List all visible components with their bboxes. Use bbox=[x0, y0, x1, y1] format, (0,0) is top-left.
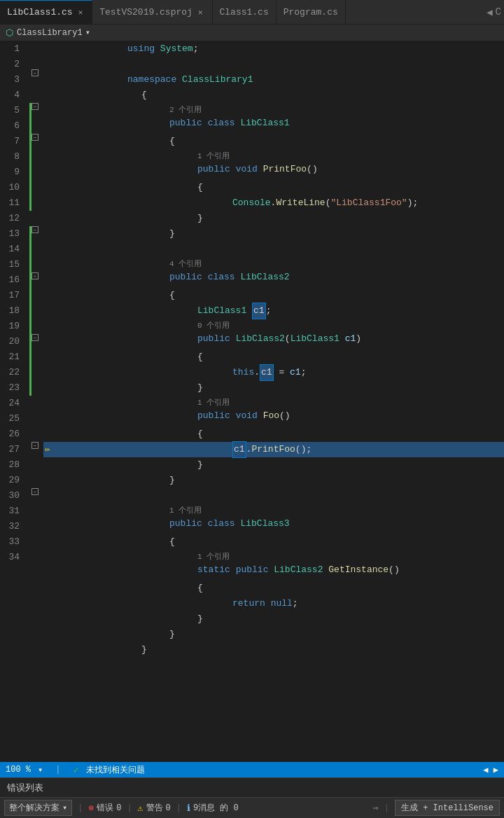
ln-21: 21 bbox=[6, 349, 24, 365]
no-issues-text: 未找到相关问题 bbox=[86, 764, 145, 776]
tab-program[interactable]: Program.cs bbox=[276, 0, 346, 24]
ln-14: 14 bbox=[6, 242, 24, 257]
warning-count: 0 bbox=[166, 803, 171, 813]
code-line-18: this.c1 = c1; bbox=[43, 365, 504, 380]
c1-highlight-15: c1 bbox=[252, 303, 266, 319]
code-line-26: public class LibClass3 bbox=[43, 516, 504, 532]
collapse-printfoo[interactable]: - bbox=[31, 134, 38, 141]
breadcrumb-text[interactable]: ClassLibrary1 bbox=[17, 28, 83, 38]
code-line-30: return null; bbox=[43, 596, 504, 611]
code-line-4: { bbox=[43, 88, 504, 103]
code-line-8: { bbox=[43, 180, 504, 195]
zoom-level[interactable]: 100 % bbox=[6, 765, 31, 775]
ln-27: 27 bbox=[6, 442, 24, 457]
ln-16: 16 bbox=[6, 272, 24, 288]
warning-triangle-icon: ⚠ bbox=[138, 803, 144, 814]
code-line-9: Console.WriteLine("LibClass1Foo"); bbox=[43, 195, 504, 211]
ln-18: 18 bbox=[6, 303, 24, 319]
scope-dropdown[interactable]: 整个解决方案 ▾ bbox=[4, 800, 72, 816]
code-line-5: public class LibClass1 bbox=[43, 116, 504, 131]
code-line-16-group: 0 个引用 public LibClass2(LibClass1 c1) bbox=[43, 319, 504, 349]
code-line-29: { bbox=[43, 581, 504, 596]
nav-right-icon[interactable]: C bbox=[496, 6, 501, 18]
code-line-26-group: 1 个引用 public class LibClass3 bbox=[43, 504, 504, 534]
info-item: ℹ 9消息 的 0 bbox=[187, 802, 239, 814]
collapse-ns[interactable]: - bbox=[31, 69, 38, 76]
build-label: 生成 + IntelliSense bbox=[401, 803, 493, 813]
csharp-icon: ⬡ bbox=[6, 27, 13, 39]
build-button[interactable]: 生成 + IntelliSense bbox=[395, 800, 500, 816]
tab-close-libclass1[interactable]: ✕ bbox=[76, 7, 85, 18]
warning-item: ⚠ 警告 0 bbox=[138, 802, 171, 814]
ln-8: 8 bbox=[6, 149, 24, 165]
filter-icon[interactable]: ⇒ bbox=[372, 802, 378, 814]
green-bar-libclass1 bbox=[29, 103, 31, 211]
code-line-24: } bbox=[43, 473, 504, 488]
code-line-15: LibClass1 c1; bbox=[43, 303, 504, 319]
code-line-31: } bbox=[43, 611, 504, 627]
kw-this: this bbox=[232, 365, 254, 380]
nav-left-icon[interactable]: ◀ bbox=[486, 6, 492, 18]
code-line-7-group: 1 个引用 public void PrintFoo() bbox=[43, 149, 504, 180]
ln-11: 11 bbox=[6, 195, 24, 211]
ln-6: 6 bbox=[6, 118, 24, 134]
tab-class1[interactable]: Class1.cs bbox=[213, 0, 276, 24]
tab-close-testvs2019[interactable]: ✕ bbox=[196, 7, 205, 18]
app-container: LibClass1.cs ✕ TestVS2019.csproj ✕ Class… bbox=[0, 0, 504, 818]
error-label: 错误 bbox=[97, 802, 113, 814]
code-line-25 bbox=[43, 488, 504, 504]
ln-7: 7 bbox=[6, 134, 24, 149]
code-line-1: using System; bbox=[43, 41, 504, 57]
tab-label-program: Program.cs bbox=[284, 7, 338, 18]
tab-testvs2019[interactable]: TestVS2019.csproj ✕ bbox=[92, 0, 212, 24]
zoom-dropdown[interactable]: ▾ bbox=[38, 765, 43, 775]
code-lines[interactable]: using System; namespace ClassLibrary1 { … bbox=[43, 41, 504, 762]
collapse-libclass3[interactable]: - bbox=[31, 442, 38, 449]
tab-libclass1[interactable]: LibClass1.cs ✕ bbox=[0, 0, 92, 24]
ns-system: System bbox=[160, 41, 193, 57]
ln-17: 17 bbox=[6, 288, 24, 303]
green-bar-libclass2 bbox=[29, 226, 31, 396]
code-line-11: } bbox=[43, 226, 504, 242]
collapse-gutter: - - - - - - - - bbox=[29, 41, 43, 762]
scope-dropdown-icon: ▾ bbox=[62, 803, 67, 813]
code-line-16: public LibClass2(LibClass1 c1) bbox=[43, 331, 504, 347]
nav-arrows-status[interactable]: ◀ ▶ bbox=[483, 765, 498, 775]
code-line-21: { bbox=[43, 427, 504, 442]
ln-19: 19 bbox=[6, 319, 24, 334]
code-line-28-group: 1 个引用 static public LibClass2 GetInstanc… bbox=[43, 550, 504, 581]
line-numbers: 1 2 3 4 5 6 7 8 9 10 11 12 13 14 15 16 1… bbox=[0, 41, 29, 762]
ln-28: 28 bbox=[6, 457, 24, 473]
tab-label-libclass1: LibClass1.cs bbox=[7, 7, 73, 18]
code-line-33: } bbox=[43, 642, 504, 658]
nav-bar-right: ◀ C bbox=[486, 6, 504, 18]
code-line-6: { bbox=[43, 134, 504, 149]
pencil-icon: ✏ bbox=[45, 442, 50, 457]
breadcrumb-dropdown-icon[interactable]: ▾ bbox=[85, 27, 90, 38]
code-line-5-group: 2 个引用 public class LibClass1 bbox=[43, 103, 504, 134]
collapse-getinstance[interactable]: - bbox=[31, 488, 38, 495]
code-line-13: public class LibClass2 bbox=[43, 270, 504, 285]
ln-25: 25 bbox=[6, 411, 24, 427]
error-item: ⊗ 错误 0 bbox=[88, 802, 121, 814]
ln-4: 4 bbox=[6, 88, 24, 103]
warning-label: 警告 bbox=[146, 802, 163, 814]
collapse-foo[interactable]: - bbox=[31, 334, 38, 341]
collapse-libclass2[interactable]: - bbox=[31, 226, 38, 233]
info-circle-icon: ℹ bbox=[187, 803, 190, 814]
ln-2: 2 bbox=[6, 57, 24, 72]
tab-label-testvs2019: TestVS2019.csproj bbox=[99, 7, 192, 18]
ln-29: 29 bbox=[6, 473, 24, 488]
ln-1: 1 bbox=[6, 41, 24, 57]
scope-label: 整个解决方案 bbox=[9, 802, 59, 814]
code-line-13-group: 4 个引用 public class LibClass2 bbox=[43, 257, 504, 288]
code-editor[interactable]: 1 2 3 4 5 6 7 8 9 10 11 12 13 14 15 16 1… bbox=[0, 41, 504, 762]
ln-10: 10 bbox=[6, 180, 24, 195]
code-line-3: namespace ClassLibrary1 bbox=[43, 72, 504, 88]
c1-highlight-22: c1 bbox=[232, 441, 246, 458]
ln-26: 26 bbox=[6, 427, 24, 442]
c1-highlight-18: c1 bbox=[260, 364, 274, 381]
collapse-libclass1[interactable]: - bbox=[31, 103, 38, 110]
ref-count-5: 2 个引用 bbox=[43, 103, 504, 116]
collapse-ctor[interactable]: - bbox=[31, 272, 38, 279]
